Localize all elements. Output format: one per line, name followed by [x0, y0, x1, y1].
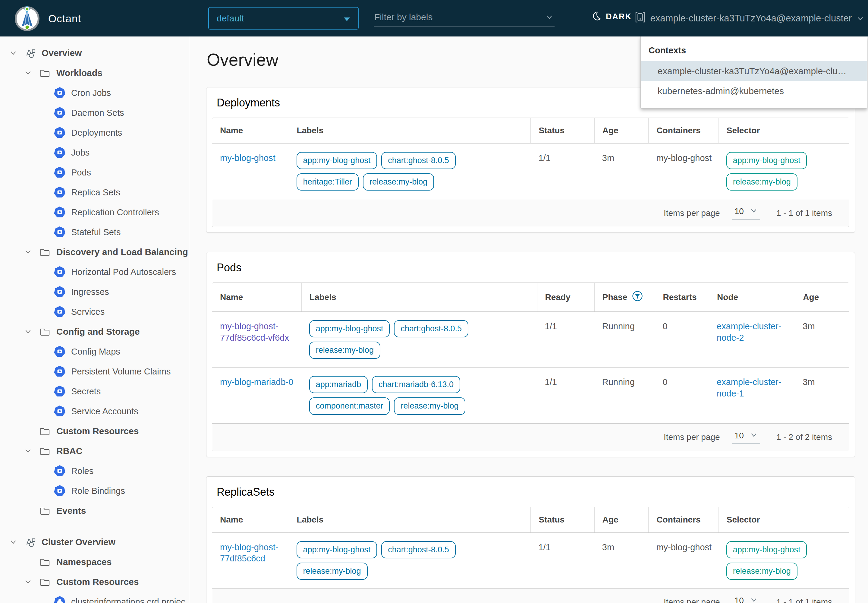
column-header-name: Name: [212, 283, 301, 311]
filter-chevron-icon[interactable]: [545, 13, 554, 23]
column-header-name: Name: [212, 507, 289, 532]
moon-icon: [592, 11, 602, 22]
selector-tag: app:my-blog-ghost: [726, 152, 807, 169]
sidebar-item-jobs[interactable]: Jobs: [0, 142, 189, 162]
main-content: Overview DeploymentsNameLabelsStatusAgeC…: [190, 37, 868, 603]
sidebar-item-custom-resources[interactable]: Custom Resources: [0, 421, 189, 441]
secrets-icon: [53, 385, 66, 397]
context-menu-item[interactable]: example-cluster-ka3TuTzYo4a@example-clu…: [641, 61, 867, 81]
column-header-label: Restarts: [663, 292, 697, 302]
sidebar-item-config-maps[interactable]: Config Maps: [0, 342, 189, 362]
sidebar-item-workloads[interactable]: Workloads: [0, 63, 189, 83]
label-tag: app:my-blog-ghost: [297, 152, 377, 169]
sidebar-item-events[interactable]: Events: [0, 501, 189, 521]
column-header-label: Ready: [545, 292, 570, 302]
cell-phase: Running: [594, 312, 655, 367]
label-tag: chart:ghost-8.0.5: [394, 320, 468, 337]
cell-value: 3m: [602, 541, 644, 553]
sidebar-item-cluster-overview[interactable]: Cluster Overview: [0, 532, 189, 552]
sidebar-item-replication-controllers[interactable]: Replication Controllers: [0, 202, 189, 222]
chevron-down-icon[interactable]: [7, 538, 20, 546]
sidebar-item-horizontal-pod-autoscalers[interactable]: Horizontal Pod Autoscalers: [0, 262, 189, 282]
column-header-ready: Ready: [537, 283, 594, 311]
chevron-down-icon[interactable]: [22, 69, 35, 77]
sidebar-item-rbac[interactable]: RBAC: [0, 441, 189, 461]
sidebar-item-label: Events: [56, 506, 86, 516]
sidebar-item-config-and-storage[interactable]: Config and Storage: [0, 322, 189, 342]
chevron-down-icon[interactable]: [22, 578, 35, 586]
sidebar-item-deployments[interactable]: Deployments: [0, 123, 189, 142]
column-header-label: Labels: [297, 126, 324, 135]
sidebar-item-secrets[interactable]: Secrets: [0, 381, 189, 401]
column-header-labels: Labels: [301, 283, 537, 311]
sidebar-item-label: Config Maps: [71, 347, 120, 357]
context-trigger[interactable]: example-cluster-ka3TuTzYo4a@example-clus…: [635, 11, 864, 25]
items-per-page-label: Items per page: [664, 208, 720, 218]
cell-labels: app:my-blog-ghostchart:ghost-8.0.5herita…: [289, 144, 531, 199]
label-tag: release:my-blog: [394, 397, 465, 414]
persistent-volume-claims-icon: [53, 365, 66, 377]
ingresses-icon: [53, 286, 66, 298]
sidebar-item-services[interactable]: Services: [0, 302, 189, 322]
section-title-replicasets: ReplicaSets: [217, 486, 849, 498]
items-per-page-select[interactable]: 10: [732, 596, 760, 603]
sidebar-item-ingresses[interactable]: Ingresses: [0, 282, 189, 302]
sidebar-item-overview[interactable]: Overview: [0, 43, 189, 63]
sidebar-item-label: Services: [71, 307, 105, 317]
namespace-select[interactable]: default: [208, 7, 359, 29]
sidebar-item-pods[interactable]: Pods: [0, 162, 189, 182]
octant-logo-icon: [14, 4, 40, 33]
column-header-labels: Labels: [289, 507, 531, 532]
theme-toggle[interactable]: DARK: [592, 11, 632, 22]
roles-icon: [53, 465, 66, 477]
name-link[interactable]: my-blog-mariadb-0: [220, 376, 297, 388]
column-header-label: Labels: [309, 292, 336, 302]
cluster-custom-resources-folder-icon: [38, 577, 51, 587]
sidebar-item-custom-resources[interactable]: Custom Resources: [0, 572, 189, 592]
namespace-caret-icon: [344, 13, 350, 23]
deployments-table-header: NameLabelsStatusAgeContainersSelector: [212, 118, 849, 143]
node-link[interactable]: example-cluster-node-2: [717, 320, 790, 343]
workloads-folder-icon: [38, 68, 51, 78]
chevron-down-icon[interactable]: [22, 248, 35, 256]
items-per-page-select[interactable]: 10: [732, 207, 760, 220]
sidebar-item-persistent-volume-claims[interactable]: Persistent Volume Claims: [0, 362, 189, 381]
cell-value: 3m: [602, 152, 644, 164]
context-menu-item[interactable]: kubernetes-admin@kubernetes: [641, 81, 867, 101]
overview-icon: [23, 48, 37, 59]
sidebar-item-daemon-sets[interactable]: Daemon Sets: [0, 103, 189, 123]
sidebar-item-role-bindings[interactable]: Role Bindings: [0, 481, 189, 501]
sidebar-item-cron-jobs[interactable]: Cron Jobs: [0, 83, 189, 103]
name-link[interactable]: my-blog-ghost-77df85c6cd: [220, 541, 284, 564]
sidebar-item-namespaces[interactable]: Namespaces: [0, 552, 189, 572]
cell-ready: 1/1: [537, 368, 594, 423]
filter-by-labels-input[interactable]: [374, 9, 554, 27]
column-header-selector: Selector: [718, 118, 849, 143]
sidebar-item-discovery-and-load-balancing[interactable]: Discovery and Load Balancing: [0, 242, 189, 262]
sidebar-item-label: Stateful Sets: [71, 227, 120, 237]
chevron-down-icon[interactable]: [7, 49, 20, 57]
sidebar-item-stateful-sets[interactable]: Stateful Sets: [0, 222, 189, 242]
column-header-selector: Selector: [718, 507, 849, 532]
events-folder-icon: [38, 506, 51, 516]
cell-labels: app:my-blog-ghostchart:ghost-8.0.5releas…: [289, 533, 531, 588]
selector-tag: release:my-blog: [726, 173, 797, 190]
name-link[interactable]: my-blog-ghost-77df85c6cd-vf6dx: [220, 320, 297, 343]
sidebar-item-clusterinformations-crd-projec[interactable]: clusterinformations.crd.projec: [0, 592, 189, 603]
chevron-down-icon[interactable]: [22, 328, 35, 336]
cell-status: 1/1: [530, 144, 594, 199]
cell-value: 0: [663, 320, 704, 332]
node-link[interactable]: example-cluster-node-1: [717, 376, 790, 399]
cell-value: 1/1: [538, 152, 589, 164]
brand: Octant: [14, 4, 81, 33]
column-header-label: Node: [717, 292, 738, 302]
sidebar-item-roles[interactable]: Roles: [0, 461, 189, 481]
filter-icon[interactable]: [632, 291, 643, 304]
chevron-down-icon[interactable]: [22, 447, 35, 455]
sidebar-item-label: Roles: [71, 466, 93, 476]
items-per-page-select[interactable]: 10: [732, 431, 760, 444]
replica-sets-icon: [53, 186, 66, 198]
sidebar-item-replica-sets[interactable]: Replica Sets: [0, 182, 189, 202]
name-link[interactable]: my-blog-ghost: [220, 152, 284, 164]
sidebar-item-service-accounts[interactable]: Service Accounts: [0, 401, 189, 421]
